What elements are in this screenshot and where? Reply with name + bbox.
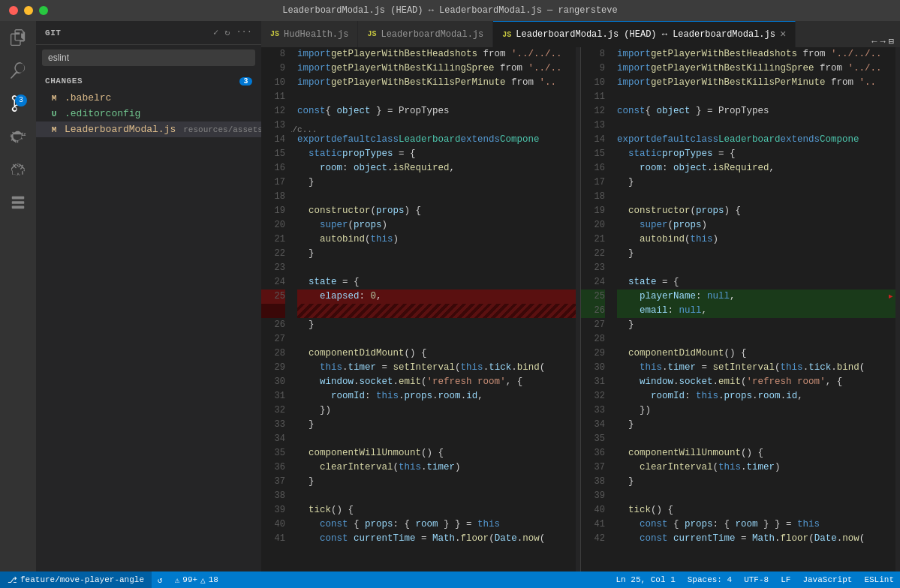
code-line: const currentTime = Math.floor(Date.now(	[617, 532, 895, 546]
code-line: state = {	[297, 275, 576, 290]
git-branch-status[interactable]: ⎇ feature/move-player-angle	[0, 572, 152, 588]
code-line	[617, 190, 895, 204]
encoding-status[interactable]: UTF-8	[738, 572, 775, 588]
code-line	[297, 432, 576, 446]
js-icon: JS	[367, 30, 376, 38]
file-item-leaderboardmodal[interactable]: M LeaderboardModal.js resources/assets/j…	[36, 122, 261, 137]
activity-debug[interactable]	[8, 126, 29, 147]
warnings-status[interactable]: ⚠ 99+ △ 18	[169, 572, 224, 588]
line-ending-status[interactable]: LF	[775, 572, 796, 588]
right-line-numbers: 8 9 10 11 12 13 14 15 16 17 18 19 20 21 …	[581, 47, 611, 572]
code-line: this.timer = setInterval(this.tick.bind(	[617, 361, 895, 375]
branch-name: feature/move-player-angle	[20, 575, 144, 584]
code-line: window.socket.emit('refresh room', {	[297, 375, 576, 389]
code-line: static propTypes = {	[297, 147, 576, 161]
split-editor-icon[interactable]: ⊟	[889, 36, 894, 47]
spaces-setting[interactable]: Spaces: 4	[682, 572, 738, 588]
code-line: }	[297, 475, 576, 489]
activity-remote[interactable]	[8, 192, 29, 213]
activity-search[interactable]	[8, 60, 29, 81]
maximize-button[interactable]	[39, 6, 48, 15]
refresh-icon[interactable]: ↻	[224, 27, 230, 38]
sidebar-header: GIT ✓ ↻ ···	[36, 21, 261, 45]
file-badge-m: M	[48, 94, 60, 103]
code-line: const { object } = PropTypes	[617, 104, 895, 118]
changes-section: CHANGES 3 M .babelrc U .editorconfig M L…	[36, 74, 261, 137]
code-line: const { props: { room } } = this	[297, 518, 576, 532]
tab-nav-forward-icon[interactable]: →	[880, 37, 886, 47]
code-line: }	[617, 247, 895, 261]
code-line	[617, 90, 895, 104]
minimize-button[interactable]	[24, 6, 33, 15]
tab-leaderboard[interactable]: JS LeaderboardModal.js	[358, 21, 493, 47]
file-badge-m: M	[48, 125, 60, 134]
code-line	[617, 432, 895, 446]
tab-nav-back-icon[interactable]: ←	[871, 37, 877, 47]
linter-status[interactable]: ESLint	[858, 572, 900, 588]
scm-badge: 3	[15, 94, 27, 106]
language-text: JavaScript	[802, 575, 852, 584]
code-line	[297, 190, 576, 204]
code-line: import getPlayerWithBestHeadshots from '…	[297, 47, 576, 62]
git-search-input[interactable]	[42, 50, 255, 66]
status-bar: ⎇ feature/move-player-angle ↺ ⚠ 99+ △ 18…	[0, 572, 900, 588]
svg-rect-1	[12, 201, 25, 204]
code-line: super(props)	[617, 218, 895, 232]
window-controls	[9, 6, 48, 15]
file-item-babelrc[interactable]: M .babelrc	[36, 90, 261, 106]
right-editor-panel: 8 9 10 11 12 13 14 15 16 17 18 19 20 21 …	[581, 47, 900, 572]
code-line: }	[617, 418, 895, 432]
code-line: window.socket.emit('refresh room', {	[617, 375, 895, 389]
spaces-text: Spaces: 4	[688, 575, 732, 584]
right-code-area[interactable]: import getPlayerWithBestHeadshots from '…	[611, 47, 895, 572]
tab-label: LeaderboardModal.js	[381, 29, 483, 40]
left-line-numbers: 8 9 10 11 12 13 14 15 16 17 18 19 20 21 …	[261, 47, 291, 572]
activity-explorer[interactable]	[8, 27, 29, 48]
code-line: autobind(this)	[297, 232, 576, 247]
sync-status[interactable]: ↺	[152, 572, 169, 588]
sidebar-title: GIT	[45, 28, 61, 38]
code-line: }	[617, 475, 895, 489]
file-item-editorconfig[interactable]: U .editorconfig	[36, 106, 261, 122]
file-name: .babelrc	[65, 92, 111, 104]
changes-header[interactable]: CHANGES 3	[36, 74, 261, 88]
code-line	[297, 90, 576, 104]
code-line	[617, 489, 895, 503]
code-line: }	[617, 176, 895, 190]
tab-hudhealth[interactable]: JS HudHealth.js	[261, 21, 358, 47]
code-line	[297, 332, 576, 346]
language-mode[interactable]: JavaScript	[796, 572, 858, 588]
code-line: import getPlayerWithBestKillingSpree fro…	[617, 62, 895, 76]
errors-count: 18	[209, 575, 218, 584]
code-line	[617, 118, 895, 133]
tab-leaderboard-head[interactable]: JS LeaderboardModal.js (HEAD) ↔ Leaderbo…	[493, 21, 796, 47]
left-code-area[interactable]: import getPlayerWithBestHeadshots from '…	[291, 47, 576, 572]
changes-count-badge: 3	[239, 77, 252, 86]
code-line-deleted: elapsed: 0,	[297, 290, 576, 304]
changes-label: CHANGES	[45, 76, 83, 86]
close-button[interactable]	[9, 6, 18, 15]
code-line: const { object } = PropTypes	[297, 104, 576, 118]
sync-icon: ↺	[158, 575, 163, 585]
more-icon[interactable]: ···	[236, 27, 252, 38]
code-line: }	[297, 318, 576, 332]
changes-header-right: 3	[239, 77, 252, 86]
code-line: import getPlayerWithBestHeadshots from '…	[617, 47, 895, 62]
cursor-position[interactable]: Ln 25, Col 1	[610, 572, 682, 588]
file-badge-u: U	[48, 110, 60, 118]
code-line: const { props: { room } } = this	[617, 518, 895, 532]
right-minimap	[895, 47, 900, 572]
code-line: import getPlayerWithBestKillingSpree fro…	[297, 62, 576, 76]
titlebar: LeaderboardModal.js (HEAD) ↔ Leaderboard…	[0, 0, 900, 21]
linter-text: ESLint	[864, 575, 894, 584]
checkmark-icon[interactable]: ✓	[213, 27, 218, 38]
code-line: roomId: this.props.room.id,	[297, 389, 576, 404]
code-line	[297, 261, 576, 275]
activity-extensions[interactable]	[8, 159, 29, 180]
code-line-added: playerName: null,▸	[617, 290, 895, 304]
code-line: roomId: this.props.room.id,	[617, 389, 895, 404]
code-line: static propTypes = {	[617, 147, 895, 161]
tab-close-icon[interactable]: ×	[780, 29, 786, 40]
branch-icon: ⎇	[8, 575, 17, 585]
code-line: this.timer = setInterval(this.tick.bind(	[297, 361, 576, 375]
